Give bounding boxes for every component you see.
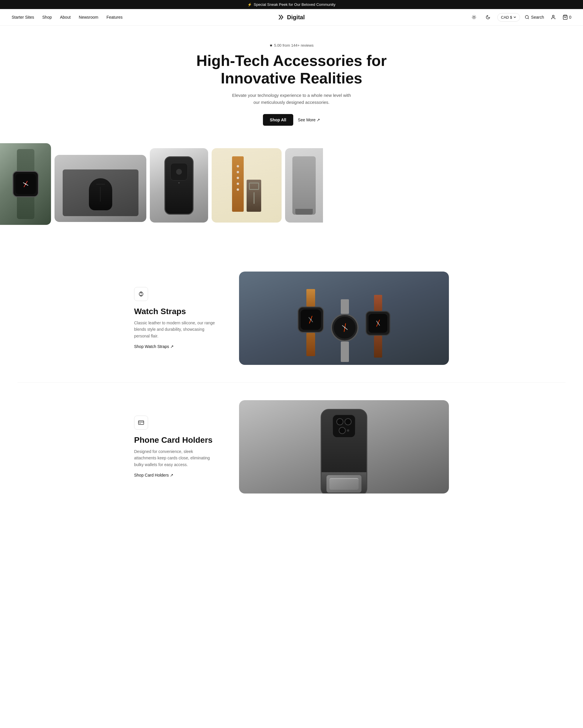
announcement-text: Special Sneak Peek for Our Beloved Commu… bbox=[254, 2, 335, 7]
search-label: Search bbox=[531, 15, 544, 20]
watch-straps-section: Watch Straps Classic leather to modern s… bbox=[0, 237, 583, 382]
gallery-item-watch-band[interactable] bbox=[0, 143, 51, 225]
svg-line-4 bbox=[475, 18, 475, 19]
gallery-item-mouse[interactable] bbox=[55, 155, 146, 222]
announcement-bar: ⚡ Special Sneak Peek for Our Beloved Com… bbox=[0, 0, 583, 9]
hero-section: ★ 5.00 from 144+ reviews High-Tech Acces… bbox=[0, 26, 583, 137]
hero-headline: High-Tech Accessories for Innovative Rea… bbox=[190, 52, 393, 87]
hero-subtext: Elevate your technology experience to a … bbox=[230, 92, 353, 106]
card-icon bbox=[138, 419, 144, 426]
phone-card-section: Phone Card Holders Designed for convenie… bbox=[0, 383, 583, 511]
phone-card-image bbox=[239, 400, 449, 494]
currency-label: CAD $ bbox=[501, 15, 512, 20]
nav-features[interactable]: Features bbox=[106, 15, 122, 20]
phone-card-info: Phone Card Holders Designed for convenie… bbox=[134, 416, 216, 478]
watch-icon bbox=[138, 291, 144, 297]
svg-line-3 bbox=[472, 16, 473, 16]
search-button[interactable]: Search bbox=[525, 15, 544, 20]
shop-all-button[interactable]: Shop All bbox=[263, 114, 293, 126]
see-more-link[interactable]: See More ↗ bbox=[298, 118, 321, 122]
nav-left: Starter Sites Shop About Newsroom Featur… bbox=[12, 15, 122, 20]
currency-selector[interactable]: CAD $ bbox=[497, 13, 520, 22]
watch-straps-image bbox=[239, 271, 449, 365]
svg-point-9 bbox=[525, 16, 528, 19]
svg-line-8 bbox=[475, 16, 475, 16]
watch-straps-info: Watch Straps Classic leather to modern s… bbox=[134, 287, 216, 349]
logo-text: Digital bbox=[287, 14, 305, 21]
phone-card-description: Designed for convenience, sleek attachme… bbox=[134, 448, 216, 468]
nav-newsroom[interactable]: Newsroom bbox=[79, 15, 98, 20]
phone-card-title: Phone Card Holders bbox=[134, 436, 216, 445]
shop-card-holders-link[interactable]: Shop Card Holders ↗ bbox=[134, 473, 173, 477]
nav-shop[interactable]: Shop bbox=[42, 15, 52, 20]
watch-straps-description: Classic leather to modern silicone, our … bbox=[134, 320, 216, 339]
bolt-icon: ⚡ bbox=[248, 3, 252, 7]
product-gallery bbox=[0, 137, 583, 237]
header: Starter Sites Shop About Newsroom Featur… bbox=[0, 9, 583, 26]
nav-starter-sites[interactable]: Starter Sites bbox=[12, 15, 34, 20]
gallery-item-laptop-stand[interactable] bbox=[285, 148, 323, 223]
rating-text: 5.00 from 144+ reviews bbox=[274, 43, 313, 48]
headline-line2: Innovative Realities bbox=[221, 70, 362, 87]
phone-card-content: Phone Card Holders Designed for convenie… bbox=[117, 383, 466, 511]
svg-point-10 bbox=[552, 15, 554, 17]
cart-count: 0 bbox=[569, 15, 571, 20]
gallery-item-phone-case[interactable] bbox=[150, 148, 208, 223]
card-icon-container bbox=[134, 416, 148, 430]
dark-mode-button[interactable] bbox=[483, 12, 493, 22]
watch-straps-content: Watch Straps Classic leather to modern s… bbox=[117, 254, 466, 382]
light-mode-button[interactable] bbox=[469, 12, 479, 22]
shop-watch-straps-link[interactable]: Shop Watch Straps ↗ bbox=[134, 344, 174, 349]
gallery-item-leather-strap[interactable] bbox=[212, 148, 282, 223]
cart-button[interactable]: 0 bbox=[563, 15, 571, 20]
logo-icon bbox=[278, 14, 285, 21]
svg-rect-15 bbox=[138, 421, 144, 425]
hero-actions: Shop All See More ↗ bbox=[6, 114, 577, 126]
svg-line-7 bbox=[472, 18, 473, 19]
nav-about[interactable]: About bbox=[60, 15, 71, 20]
rating-star: ★ bbox=[269, 43, 273, 48]
hero-rating: ★ 5.00 from 144+ reviews bbox=[6, 43, 577, 48]
account-button[interactable] bbox=[549, 12, 558, 22]
logo[interactable]: Digital bbox=[278, 14, 305, 21]
headline-line1: High-Tech Accessories for bbox=[196, 52, 387, 69]
svg-point-0 bbox=[473, 16, 475, 18]
watch-straps-title: Watch Straps bbox=[134, 307, 216, 316]
watch-icon-container bbox=[134, 287, 148, 301]
nav-right: CAD $ Search 0 bbox=[469, 12, 571, 22]
